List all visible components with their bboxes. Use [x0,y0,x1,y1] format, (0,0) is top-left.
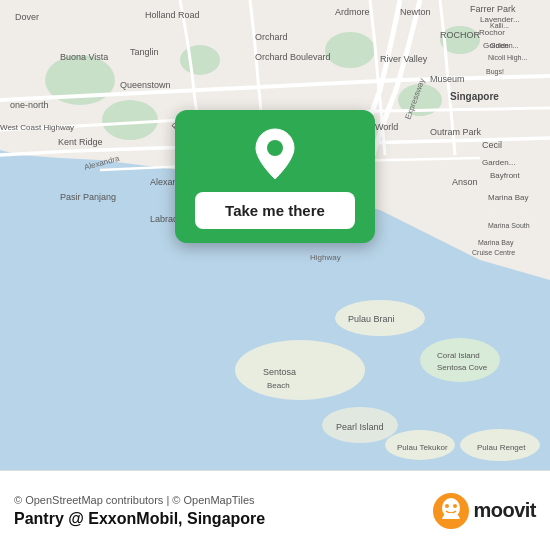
svg-text:Golden: Golden [483,41,509,50]
svg-point-68 [453,504,457,508]
svg-text:Pulau Renget: Pulau Renget [477,443,526,452]
svg-text:Queenstown: Queenstown [120,80,171,90]
svg-text:Nicoll High...: Nicoll High... [488,54,527,62]
svg-text:Pearl Island: Pearl Island [336,422,384,432]
bottom-bar: © OpenStreetMap contributors | © OpenMap… [0,470,550,550]
svg-text:Museum: Museum [430,74,465,84]
moovit-text: moovit [473,499,536,522]
svg-text:Pasir Panjang: Pasir Panjang [60,192,116,202]
svg-text:Tanglin: Tanglin [130,47,159,57]
svg-text:Outram Park: Outram Park [430,127,482,137]
svg-text:Lavender...: Lavender... [480,15,520,24]
svg-text:Rochor: Rochor [479,28,505,37]
svg-text:Sentosa Cove: Sentosa Cove [437,363,488,372]
svg-text:Orchard Boulevard: Orchard Boulevard [255,52,331,62]
svg-text:Anson: Anson [452,177,478,187]
attribution-text: © OpenStreetMap contributors | © OpenMap… [14,494,265,506]
svg-point-5 [325,32,375,68]
svg-point-4 [180,45,220,75]
svg-text:Buona Vista: Buona Vista [60,52,108,62]
marker-card: Take me there [175,110,375,243]
svg-point-64 [267,140,283,156]
svg-text:Newton: Newton [400,7,431,17]
location-name: Pantry @ ExxonMobil, Singapore [14,510,265,528]
svg-text:ROCHOR: ROCHOR [440,30,480,40]
svg-text:Cecil: Cecil [482,140,502,150]
svg-text:Singapore: Singapore [450,91,499,102]
svg-text:Marina Bay: Marina Bay [478,239,514,247]
moovit-icon [433,493,469,529]
svg-text:Marina South: Marina South [488,222,530,229]
svg-text:Pulau Tekukor: Pulau Tekukor [397,443,448,452]
svg-text:Highway: Highway [310,253,341,262]
svg-text:River Valley: River Valley [380,54,428,64]
svg-text:Bugs!: Bugs! [486,68,504,76]
svg-text:West Coast Highway: West Coast Highway [0,123,74,132]
svg-point-43 [420,338,500,382]
svg-text:one-north: one-north [10,100,49,110]
take-me-there-button[interactable]: Take me there [195,192,355,229]
svg-text:Orchard: Orchard [255,32,288,42]
svg-text:Farrer Park: Farrer Park [470,4,516,14]
svg-point-7 [102,100,158,140]
bottom-left-info: © OpenStreetMap contributors | © OpenMap… [14,494,265,528]
svg-text:Cruise Centre: Cruise Centre [472,249,515,256]
svg-text:Ardmore: Ardmore [335,7,370,17]
svg-point-67 [445,504,449,508]
svg-point-38 [235,340,365,400]
map-container: Alexandra Expressway Highway Dover Holla… [0,0,550,470]
location-pin-icon [249,128,301,180]
svg-text:Holland Road: Holland Road [145,10,200,20]
svg-text:Kent Ridge: Kent Ridge [58,137,103,147]
svg-text:Dover: Dover [15,12,39,22]
svg-text:Beach: Beach [267,381,290,390]
moovit-logo: moovit [433,493,536,529]
svg-text:Bayfront: Bayfront [490,171,521,180]
svg-text:Sentosa: Sentosa [263,367,296,377]
svg-text:Coral Island: Coral Island [437,351,480,360]
svg-text:Garden...: Garden... [482,158,515,167]
svg-text:Pulau Brani: Pulau Brani [348,314,395,324]
svg-text:Marina Bay: Marina Bay [488,193,528,202]
